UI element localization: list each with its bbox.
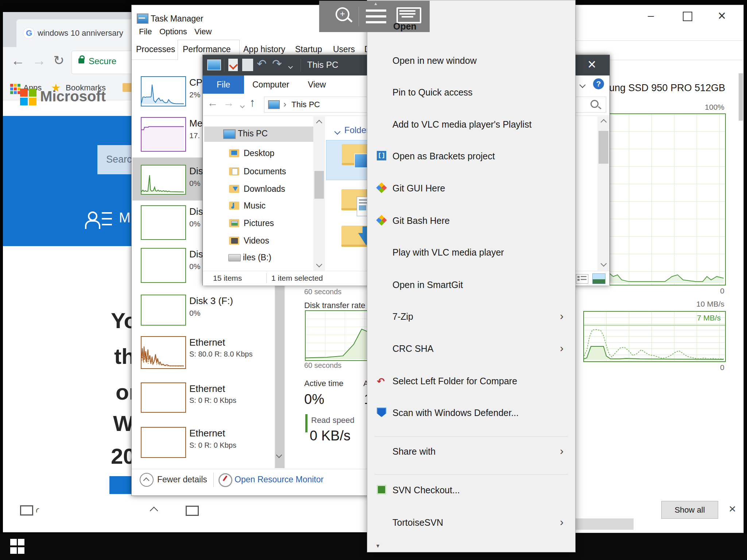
eth3-mini-graph[interactable] — [141, 427, 186, 458]
tm2-maximize-button[interactable] — [683, 12, 692, 21]
context-menu-item[interactable]: Scan with Windows Defender... — [367, 402, 575, 424]
tm2-minimize-button[interactable]: – — [648, 9, 654, 22]
brackets-icon: [] — [377, 151, 386, 160]
chrome-tab[interactable]: G windows 10 anniversary — [16, 19, 143, 47]
fe-search-icon[interactable] — [591, 100, 599, 108]
start-button[interactable] — [10, 539, 26, 554]
fe-up-icon[interactable]: ↑ — [249, 96, 255, 109]
show-all-button[interactable]: Show all — [661, 501, 718, 519]
disk3-mini-graph[interactable] — [141, 295, 186, 326]
tm-tab-app-history[interactable]: App history — [243, 44, 285, 54]
context-menu-item[interactable]: Open in SmartGit — [367, 274, 575, 296]
refresh-icon[interactable]: ↻ — [53, 53, 64, 68]
qat-newfolder-icon[interactable] — [242, 59, 253, 71]
context-menu-item[interactable]: SVN Checkout... — [367, 479, 575, 502]
qat-undo-icon[interactable]: ↶ — [257, 57, 267, 71]
tm2-close-button[interactable]: × — [718, 8, 726, 24]
tm-menu-file[interactable]: File — [139, 27, 152, 36]
sidebar-cpu-sub: 2% — [189, 90, 200, 99]
breadcrumb-this-pc[interactable]: This PC — [291, 100, 320, 109]
context-menu-item[interactable]: Add to VLC media player's Playlist — [367, 113, 575, 136]
nav-item-documents[interactable]: Documents — [244, 167, 286, 176]
context-menu-item[interactable]: 7-Zip › — [367, 306, 575, 328]
fe-history-dropdown-icon[interactable] — [241, 102, 244, 109]
tm-tab-startup[interactable]: Startup — [295, 44, 322, 54]
git-icon — [376, 182, 387, 193]
qat-thispc-icon[interactable] — [207, 59, 221, 70]
context-menu-item[interactable]: Git Bash Here — [367, 210, 575, 232]
context-menu-item[interactable]: [] Open as Brackets project — [367, 145, 575, 168]
tm-tab-processes[interactable]: Processes — [136, 44, 175, 54]
sidebar-disk1-sub: 0% — [189, 219, 200, 228]
fe-computer-tab[interactable]: Computer — [252, 80, 289, 89]
open-resource-monitor-link[interactable]: Open Resource Monitor — [235, 475, 324, 484]
nav-item-this-pc[interactable]: This PC — [238, 129, 268, 138]
sidebar-disk3-label[interactable]: Disk 3 (F:) — [189, 296, 233, 307]
fewer-details-label[interactable]: Fewer details — [157, 475, 207, 484]
fe-help-icon[interactable]: ? — [593, 78, 604, 89]
qat-redo-icon[interactable]: ↷ — [272, 57, 282, 71]
fe-close-button[interactable]: × — [588, 56, 596, 73]
sidebar-disk0-sub: 0% — [189, 179, 200, 188]
forward-icon[interactable]: → — [32, 53, 46, 69]
toast-close-icon[interactable]: × — [729, 502, 736, 516]
nav-item-downloads[interactable]: Downloads — [244, 184, 285, 194]
view-thumbnails-icon[interactable] — [592, 273, 605, 284]
menu-scroll-down-icon[interactable]: ▼ — [375, 543, 380, 549]
fe-ribbon-collapse-icon[interactable] — [580, 82, 585, 89]
nav-music-icon — [229, 202, 239, 210]
hamburger-menu-icon[interactable] — [366, 9, 386, 24]
nav-item-desktop[interactable]: Desktop — [244, 148, 274, 158]
tm-seconds-bottom-label: 60 seconds — [304, 361, 341, 370]
fe-file-tab[interactable]: File — [203, 75, 244, 94]
sidebar-disk2-sub: 0% — [189, 262, 200, 271]
nav-item-pictures[interactable]: Pictures — [244, 218, 274, 228]
tm2-scrollbar-thumb[interactable] — [739, 73, 743, 121]
sidebar-eth1-label[interactable]: Ethernet — [189, 337, 225, 348]
sidebar-eth3-label[interactable]: Ethernet — [189, 428, 225, 439]
context-menu-item[interactable]: Share with › — [367, 440, 575, 463]
disk0-mini-graph[interactable] — [141, 165, 186, 195]
signin-person-icon[interactable] — [85, 211, 112, 228]
fe-help-glyph: ? — [596, 79, 601, 88]
folders-group-chevron[interactable] — [335, 129, 340, 135]
tm-tab-users[interactable]: Users — [333, 44, 355, 54]
footer-chevron-up-icon[interactable] — [151, 508, 157, 515]
fe-nav-scrollbar[interactable] — [313, 116, 325, 271]
menu-header-open[interactable]: Open — [393, 21, 417, 32]
tm-sidebar-scroll-down-icon[interactable] — [277, 452, 281, 459]
apps-grid-icon[interactable] — [10, 84, 20, 94]
tm-tab-performance[interactable]: Performance — [183, 44, 231, 54]
cpu-mini-graph[interactable] — [141, 76, 186, 106]
fe-back-icon[interactable]: ← — [207, 97, 218, 109]
qat-dropdown-icon[interactable] — [289, 63, 292, 70]
sidebar-eth2-label[interactable]: Ethernet — [189, 384, 225, 394]
context-menu-item[interactable]: ↶ Select Left Folder for Compare — [367, 370, 575, 393]
context-menu-item[interactable]: Open in new window — [367, 50, 575, 72]
qat-properties-icon[interactable] — [228, 59, 238, 71]
nav-item-music[interactable]: Music — [244, 201, 266, 210]
tm-menu-view[interactable]: View — [194, 27, 212, 36]
view-details-icon[interactable] — [576, 274, 588, 284]
memory-mini-graph[interactable] — [141, 117, 186, 152]
disk1-mini-graph[interactable] — [141, 205, 186, 240]
fe-content-scrollbar[interactable] — [597, 116, 609, 271]
fe-view-tab[interactable]: View — [308, 80, 326, 89]
menu-scroll-up-icon[interactable]: ▲ — [374, 1, 378, 7]
tm-app-icon — [137, 13, 148, 24]
nav-item-videos[interactable]: Videos — [244, 236, 269, 245]
context-menu-item[interactable]: Pin to Quick access — [367, 81, 575, 104]
fewer-details-icon[interactable] — [140, 473, 154, 487]
context-menu-item[interactable]: TortoiseSVN › — [367, 512, 575, 534]
nav-item-drive-b[interactable]: iles (B:) — [243, 253, 271, 262]
back-icon[interactable]: ← — [11, 53, 25, 69]
context-menu-item[interactable]: Git GUI Here — [367, 177, 575, 200]
tm-menu-options[interactable]: Options — [159, 27, 187, 36]
fe-forward-icon[interactable]: → — [223, 97, 234, 109]
disk2-mini-graph[interactable] — [141, 248, 186, 283]
context-menu-item[interactable]: Play with VLC media player — [367, 241, 575, 264]
tm2-inner-scale: 7 MB/s — [584, 314, 721, 322]
context-menu-item[interactable]: CRC SHA › — [367, 338, 575, 360]
eth2-mini-graph[interactable] — [141, 382, 186, 413]
eth1-mini-graph[interactable] — [141, 336, 186, 369]
